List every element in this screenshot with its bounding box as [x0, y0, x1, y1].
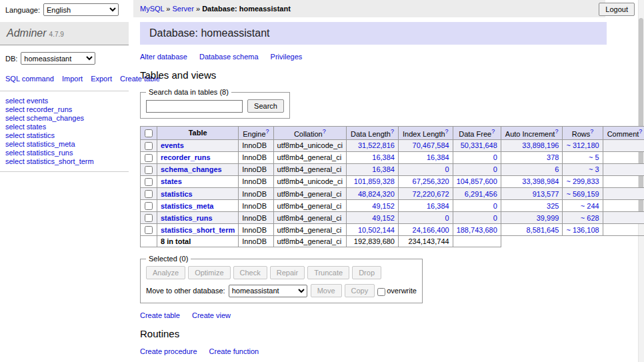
table-name-link[interactable]: statistics_short_term	[161, 226, 235, 234]
help-link[interactable]: ?	[491, 128, 495, 135]
row-checkbox[interactable]	[145, 142, 153, 150]
auto-increment-link[interactable]: 913,577	[533, 190, 559, 198]
help-link[interactable]: ?	[445, 128, 449, 135]
alter-database-link[interactable]: Alter database	[140, 53, 187, 61]
analyze-button[interactable]: Analyze	[146, 266, 185, 279]
table-name-link[interactable]: schema_changes	[161, 165, 222, 173]
sidebar-table-link[interactable]: select states	[5, 123, 123, 131]
auto-increment-link[interactable]: 325	[547, 202, 559, 210]
search-button[interactable]: Search	[247, 99, 284, 113]
help-link[interactable]: ?	[639, 128, 642, 135]
row-checkbox[interactable]	[145, 154, 153, 162]
index-length-link[interactable]: 16,384	[427, 202, 449, 210]
row-checkbox[interactable]	[145, 226, 153, 234]
language-select[interactable]: English	[43, 3, 119, 16]
data-free-link[interactable]: 6,291,456	[465, 190, 497, 198]
row-checkbox[interactable]	[145, 166, 153, 174]
data-free-link[interactable]: 0	[493, 202, 497, 210]
sidebar-table-link[interactable]: select statistics_runs	[5, 149, 123, 157]
help-link[interactable]: ?	[590, 128, 593, 135]
index-length-link[interactable]: 70,467,584	[413, 141, 449, 149]
auto-increment-link[interactable]: 378	[547, 153, 559, 161]
sidebar-action-sql-command[interactable]: SQL command	[5, 75, 54, 83]
rows-link[interactable]: ~ 569,159	[566, 190, 599, 198]
rows-link[interactable]: ~ 3	[589, 165, 599, 173]
copy-button[interactable]: Copy	[345, 284, 375, 297]
move-db-select[interactable]: homeassistant	[229, 285, 307, 297]
drop-button[interactable]: Drop	[352, 266, 381, 279]
database-schema-link[interactable]: Database schema	[199, 53, 259, 61]
data-length-link[interactable]: 10,502,144	[358, 226, 395, 234]
breadcrumb-link-mysql[interactable]: MySQL	[140, 5, 164, 13]
sidebar-table-link[interactable]: select schema_changes	[5, 114, 123, 123]
rows-link[interactable]: ~ 5	[589, 153, 599, 161]
data-free-link[interactable]: 0	[493, 214, 497, 222]
sidebar-table-link[interactable]: select events	[5, 97, 123, 105]
sidebar-table-link[interactable]: select recorder_runs	[5, 105, 123, 114]
create-table-link[interactable]: Create table	[140, 311, 180, 319]
row-checkbox[interactable]	[145, 178, 153, 186]
index-length-link[interactable]: 72,220,672	[413, 190, 449, 198]
auto-increment-link[interactable]: 39,999	[537, 214, 559, 222]
data-free-link[interactable]: 0	[493, 165, 497, 173]
table-name-link[interactable]: events	[161, 141, 184, 149]
table-name-link[interactable]: statistics	[161, 190, 193, 198]
create-procedure-link[interactable]: Create procedure	[140, 347, 197, 355]
data-free-link[interactable]: 188,743,680	[457, 226, 497, 234]
optimize-button[interactable]: Optimize	[188, 266, 230, 279]
data-length-link[interactable]: 16,384	[372, 165, 395, 173]
privileges-link[interactable]: Privileges	[271, 53, 303, 61]
sidebar-table-link[interactable]: select statistics_meta	[5, 140, 123, 149]
rows-link[interactable]: ~ 244	[581, 202, 599, 210]
index-length-link[interactable]: 24,166,400	[413, 226, 449, 234]
logout-button[interactable]: Logout	[599, 3, 635, 16]
help-link[interactable]: ?	[391, 128, 394, 135]
table-name-link[interactable]: statistics_runs	[161, 214, 213, 222]
table-name-link[interactable]: statistics_meta	[161, 202, 214, 210]
db-select[interactable]: homeassistant	[21, 52, 95, 65]
auto-increment-link[interactable]: 33,398,984	[522, 177, 559, 185]
help-link[interactable]: ?	[323, 128, 326, 135]
breadcrumb-link-server[interactable]: Server	[173, 5, 194, 13]
data-free-link[interactable]: 0	[493, 153, 497, 161]
data-length-link[interactable]: 31,522,816	[358, 141, 395, 149]
index-length-link[interactable]: 16,384	[427, 153, 449, 161]
table-name-link[interactable]: recorder_runs	[161, 153, 211, 161]
sidebar-table-link[interactable]: select statistics_short_term	[5, 157, 123, 166]
overwrite-label[interactable]: overwrite	[387, 287, 417, 295]
create-function-link[interactable]: Create function	[209, 347, 259, 355]
data-length-link[interactable]: 49,152	[372, 202, 395, 210]
data-free-link[interactable]: 104,857,600	[457, 177, 497, 185]
index-length-link[interactable]: 67,256,320	[413, 177, 449, 185]
overwrite-checkbox[interactable]	[377, 288, 385, 296]
auto-increment-link[interactable]: 8,581,645	[526, 226, 559, 234]
auto-increment-link[interactable]: 6	[555, 165, 559, 173]
index-length-link[interactable]: 0	[445, 214, 449, 222]
data-length-link[interactable]: 101,859,328	[354, 177, 395, 185]
move-button[interactable]: Move	[311, 284, 342, 297]
help-link[interactable]: ?	[266, 128, 269, 135]
rows-link[interactable]: ~ 312,180	[566, 141, 599, 149]
truncate-button[interactable]: Truncate	[307, 266, 349, 279]
create-view-link[interactable]: Create view	[192, 311, 231, 319]
check-all-checkbox[interactable]	[145, 129, 153, 137]
rows-link[interactable]: ~ 136,108	[566, 226, 599, 234]
check-button[interactable]: Check	[233, 266, 267, 279]
table-name-link[interactable]: states	[161, 177, 182, 185]
row-checkbox[interactable]	[145, 190, 153, 198]
repair-button[interactable]: Repair	[270, 266, 305, 279]
data-length-link[interactable]: 48,824,320	[358, 190, 395, 198]
row-checkbox[interactable]	[145, 202, 153, 210]
sidebar-action-export[interactable]: Export	[91, 75, 112, 83]
rows-link[interactable]: ~ 628	[581, 214, 599, 222]
auto-increment-link[interactable]: 33,898,196	[522, 141, 559, 149]
search-input[interactable]	[146, 100, 243, 113]
sidebar-action-import[interactable]: Import	[62, 75, 83, 83]
index-length-link[interactable]: 0	[445, 165, 449, 173]
data-free-link[interactable]: 50,331,648	[461, 141, 497, 149]
data-length-link[interactable]: 49,152	[372, 214, 395, 222]
sidebar-table-link[interactable]: select statistics	[5, 131, 123, 140]
help-link[interactable]: ?	[555, 128, 558, 135]
rows-link[interactable]: ~ 299,833	[566, 177, 599, 185]
data-length-link[interactable]: 16,384	[372, 153, 395, 161]
